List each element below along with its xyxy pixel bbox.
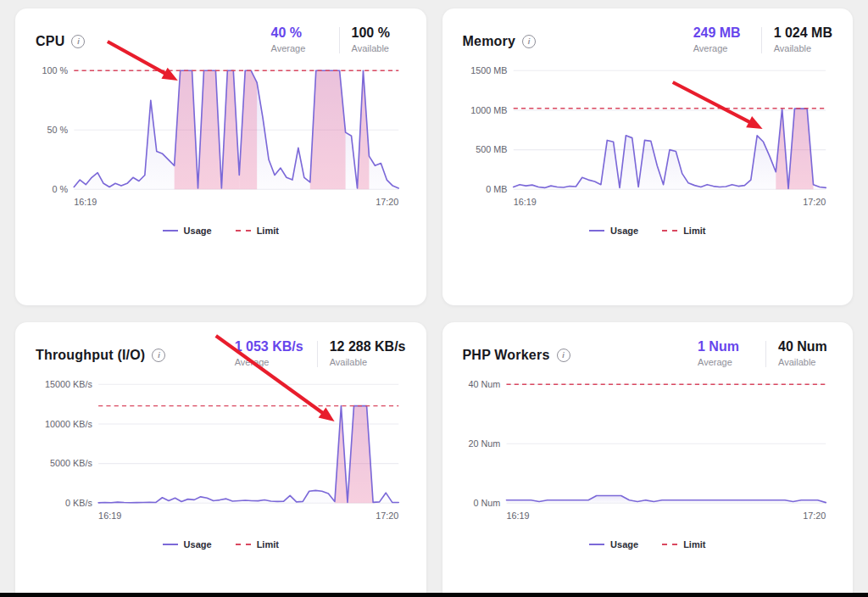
php-workers-usage-chart[interactable]: 0 Num20 Num40 Num16:1917:20 (463, 376, 833, 533)
usage-line-swatch (163, 544, 178, 545)
chart-legend: Usage Limit (36, 539, 406, 550)
average-stat: 1 053 KB/s Average (235, 339, 303, 367)
chart-legend: Usage Limit (36, 226, 406, 236)
average-label: Average (698, 357, 752, 367)
svg-text:40 Num: 40 Num (468, 379, 500, 389)
card-title-row: Memory i (463, 34, 537, 49)
legend-usage-label: Usage (610, 539, 638, 550)
average-value: 1 Num (698, 339, 752, 354)
svg-text:16:19: 16:19 (513, 197, 536, 207)
info-icon[interactable]: i (557, 349, 570, 362)
average-value: 249 MB (693, 25, 748, 41)
legend-limit[interactable]: Limit (236, 539, 279, 550)
average-value: 40 % (271, 25, 326, 41)
average-label: Average (693, 43, 748, 53)
available-value: 12 288 KB/s (330, 339, 406, 354)
card-header: CPU i 40 % Average 100 % Available (36, 25, 406, 53)
usage-line-swatch (589, 544, 604, 545)
svg-text:17:20: 17:20 (803, 197, 826, 207)
legend-limit-label: Limit (683, 539, 705, 550)
metric-card-php-workers: PHP Workers i 1 Num Average 40 Num Avail… (442, 322, 854, 597)
limit-line-swatch (662, 544, 677, 545)
legend-usage[interactable]: Usage (163, 226, 212, 236)
card-header: Throughput (I/O) i 1 053 KB/s Average 12… (36, 339, 406, 367)
card-title-row: Throughput (I/O) i (36, 348, 165, 363)
svg-text:100 %: 100 % (42, 65, 68, 75)
stat-divider (339, 27, 340, 53)
limit-line-swatch (236, 544, 251, 545)
available-label: Available (352, 43, 406, 53)
legend-limit-label: Limit (257, 226, 279, 236)
legend-limit[interactable]: Limit (236, 226, 279, 236)
memory-usage-chart[interactable]: 0 MB500 MB1000 MB1500 MB16:1917:20 (463, 62, 833, 219)
metric-card-memory: Memory i 249 MB Average 1 024 MB Availab… (442, 8, 854, 305)
usage-line-swatch (163, 230, 178, 232)
svg-text:0 %: 0 % (52, 184, 68, 194)
info-icon[interactable]: i (522, 35, 536, 48)
svg-text:16:19: 16:19 (74, 197, 97, 207)
legend-limit[interactable]: Limit (662, 539, 705, 550)
card-title-row: CPU i (36, 34, 85, 49)
legend-usage-label: Usage (184, 539, 212, 550)
card-title: Throughput (I/O) (36, 348, 145, 363)
svg-text:1000 MB: 1000 MB (470, 105, 507, 115)
card-header: Memory i 249 MB Average 1 024 MB Availab… (463, 25, 833, 53)
average-stat: 40 % Average (271, 25, 326, 53)
average-label: Average (271, 43, 326, 53)
info-icon[interactable]: i (71, 35, 85, 48)
svg-text:1500 MB: 1500 MB (470, 65, 507, 75)
available-label: Available (330, 357, 406, 367)
svg-text:5000 KB/s: 5000 KB/s (50, 458, 92, 468)
average-stat: 249 MB Average (693, 25, 748, 53)
svg-text:0 MB: 0 MB (486, 184, 507, 194)
limit-line-swatch (662, 230, 677, 232)
legend-limit[interactable]: Limit (662, 226, 705, 236)
legend-usage[interactable]: Usage (163, 539, 212, 550)
available-value: 40 Num (778, 339, 832, 354)
svg-text:0 KB/s: 0 KB/s (65, 498, 92, 508)
average-value: 1 053 KB/s (235, 339, 303, 354)
available-stat: 1 024 MB Available (774, 25, 832, 53)
svg-text:10000 KB/s: 10000 KB/s (45, 419, 92, 429)
card-stats: 249 MB Average 1 024 MB Available (693, 25, 832, 53)
svg-text:20 Num: 20 Num (468, 438, 500, 449)
available-value: 100 % (352, 25, 406, 41)
available-stat: 100 % Available (352, 25, 406, 53)
card-header: PHP Workers i 1 Num Average 40 Num Avail… (463, 339, 833, 367)
card-stats: 1 053 KB/s Average 12 288 KB/s Available (235, 339, 406, 367)
average-label: Average (235, 357, 303, 367)
legend-usage-label: Usage (184, 226, 212, 236)
card-title: CPU (36, 34, 64, 49)
limit-line-swatch (236, 230, 251, 232)
svg-text:16:19: 16:19 (98, 511, 121, 521)
bottom-edge-bar (0, 593, 868, 597)
available-label: Available (774, 43, 832, 53)
card-title-row: PHP Workers i (463, 348, 570, 363)
card-stats: 40 % Average 100 % Available (271, 25, 406, 53)
available-stat: 40 Num Available (778, 339, 832, 367)
usage-line-swatch (589, 230, 604, 232)
info-icon[interactable]: i (152, 349, 165, 362)
average-stat: 1 Num Average (698, 339, 752, 367)
stat-divider (317, 341, 318, 367)
svg-text:17:20: 17:20 (803, 511, 826, 521)
cpu-usage-chart[interactable]: 0 %50 %100 %16:1917:20 (36, 62, 406, 219)
available-stat: 12 288 KB/s Available (330, 339, 406, 367)
card-title: Memory (463, 34, 516, 49)
available-value: 1 024 MB (774, 25, 832, 41)
svg-text:15000 KB/s: 15000 KB/s (45, 379, 92, 389)
legend-usage-label: Usage (610, 226, 638, 236)
svg-text:500 MB: 500 MB (476, 144, 507, 154)
throughput-usage-chart[interactable]: 0 KB/s5000 KB/s10000 KB/s15000 KB/s16:19… (36, 376, 406, 533)
legend-limit-label: Limit (683, 226, 705, 236)
svg-text:50 %: 50 % (47, 125, 68, 135)
svg-text:17:20: 17:20 (376, 511, 398, 521)
legend-usage[interactable]: Usage (589, 226, 638, 236)
available-label: Available (778, 357, 832, 367)
legend-usage[interactable]: Usage (589, 539, 638, 550)
stat-divider (761, 27, 762, 53)
svg-text:0 Num: 0 Num (473, 498, 500, 508)
card-stats: 1 Num Average 40 Num Available (698, 339, 832, 367)
svg-text:17:20: 17:20 (376, 197, 398, 207)
legend-limit-label: Limit (257, 539, 279, 550)
